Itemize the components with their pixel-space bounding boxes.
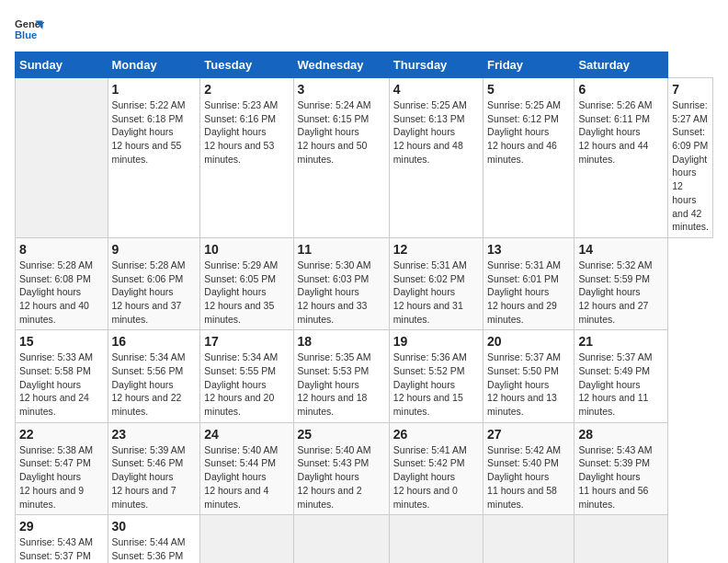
day-number: 23 [112, 427, 197, 442]
day-detail: Sunrise: 5:35 AMSunset: 5:53 PMDaylight … [298, 350, 385, 418]
calendar-day-cell: 11Sunrise: 5:30 AMSunset: 6:03 PMDayligh… [293, 237, 389, 329]
calendar-day-cell: 3Sunrise: 5:24 AMSunset: 6:15 PMDaylight… [293, 78, 389, 238]
calendar-day-cell: 19Sunrise: 5:36 AMSunset: 5:52 PMDayligh… [389, 330, 483, 422]
calendar-day-cell: 29Sunrise: 5:43 AMSunset: 5:37 PMDayligh… [16, 515, 108, 563]
calendar-day-cell: 17Sunrise: 5:34 AMSunset: 5:55 PMDayligh… [200, 330, 293, 422]
day-number: 17 [204, 334, 289, 349]
calendar-day-cell: 23Sunrise: 5:39 AMSunset: 5:46 PMDayligh… [108, 422, 200, 514]
day-detail: Sunrise: 5:32 AMSunset: 5:59 PMDaylight … [578, 259, 664, 326]
calendar-day-cell [293, 515, 389, 563]
day-number: 26 [393, 427, 479, 442]
page-header: General Blue [15, 15, 713, 44]
day-detail: Sunrise: 5:37 AMSunset: 5:49 PMDaylight … [578, 350, 664, 418]
calendar-day-cell: 4Sunrise: 5:25 AMSunset: 6:13 PMDaylight… [389, 78, 483, 238]
calendar-day-cell: 9Sunrise: 5:28 AMSunset: 6:06 PMDaylight… [108, 237, 200, 329]
day-detail: Sunrise: 5:41 AMSunset: 5:42 PMDaylight … [393, 443, 479, 511]
day-number: 18 [298, 334, 385, 349]
day-number: 19 [393, 334, 479, 349]
day-detail: Sunrise: 5:38 AMSunset: 5:47 PMDaylight … [19, 443, 104, 511]
day-detail: Sunrise: 5:28 AMSunset: 6:06 PMDaylight … [112, 259, 197, 326]
weekday-header-cell: Friday [483, 52, 574, 78]
day-detail: Sunrise: 5:42 AMSunset: 5:40 PMDaylight … [487, 443, 570, 511]
day-detail: Sunrise: 5:22 AMSunset: 6:18 PMDaylight … [112, 98, 197, 166]
calendar-day-cell: 10Sunrise: 5:29 AMSunset: 6:05 PMDayligh… [200, 237, 293, 329]
day-detail: Sunrise: 5:40 AMSunset: 5:43 PMDaylight … [298, 443, 385, 511]
day-number: 20 [487, 334, 570, 349]
day-detail: Sunrise: 5:33 AMSunset: 5:58 PMDaylight … [19, 350, 104, 418]
weekday-header-cell: Thursday [389, 52, 483, 78]
calendar-day-cell: 24Sunrise: 5:40 AMSunset: 5:44 PMDayligh… [200, 422, 293, 514]
calendar-day-cell: 12Sunrise: 5:31 AMSunset: 6:02 PMDayligh… [389, 237, 483, 329]
calendar-week-row: 29Sunrise: 5:43 AMSunset: 5:37 PMDayligh… [16, 515, 713, 563]
day-number: 11 [298, 242, 385, 257]
day-detail: Sunrise: 5:24 AMSunset: 6:15 PMDaylight … [298, 98, 385, 166]
day-number: 21 [578, 334, 664, 349]
calendar-day-cell: 16Sunrise: 5:34 AMSunset: 5:56 PMDayligh… [108, 330, 200, 422]
calendar-day-cell: 8Sunrise: 5:28 AMSunset: 6:08 PMDaylight… [16, 237, 108, 329]
day-number: 8 [19, 242, 104, 257]
day-number: 25 [298, 427, 385, 442]
calendar-day-cell [389, 515, 483, 563]
calendar-day-cell: 25Sunrise: 5:40 AMSunset: 5:43 PMDayligh… [293, 422, 389, 514]
day-detail: Sunrise: 5:25 AMSunset: 6:13 PMDaylight … [393, 98, 479, 166]
calendar-day-cell: 30Sunrise: 5:44 AMSunset: 5:36 PMDayligh… [108, 515, 200, 563]
day-number: 3 [298, 82, 385, 97]
calendar-day-cell: 21Sunrise: 5:37 AMSunset: 5:49 PMDayligh… [574, 330, 668, 422]
calendar-day-cell: 14Sunrise: 5:32 AMSunset: 5:59 PMDayligh… [574, 237, 668, 329]
calendar-week-row: 15Sunrise: 5:33 AMSunset: 5:58 PMDayligh… [16, 330, 713, 422]
calendar-day-cell: 26Sunrise: 5:41 AMSunset: 5:42 PMDayligh… [389, 422, 483, 514]
weekday-header-cell: Monday [108, 52, 200, 78]
day-number: 5 [487, 82, 570, 97]
day-detail: Sunrise: 5:28 AMSunset: 6:08 PMDaylight … [19, 259, 104, 326]
weekday-header-cell: Tuesday [200, 52, 293, 78]
day-detail: Sunrise: 5:39 AMSunset: 5:46 PMDaylight … [112, 443, 197, 511]
weekday-header-cell: Wednesday [293, 52, 389, 78]
day-number: 6 [578, 82, 664, 97]
day-detail: Sunrise: 5:30 AMSunset: 6:03 PMDaylight … [298, 259, 385, 326]
day-number: 1 [112, 82, 197, 97]
weekday-header-row: SundayMondayTuesdayWednesdayThursdayFrid… [16, 52, 713, 78]
day-number: 27 [487, 427, 570, 442]
day-detail: Sunrise: 5:34 AMSunset: 5:55 PMDaylight … [204, 350, 289, 418]
calendar-day-cell: 2Sunrise: 5:23 AMSunset: 6:16 PMDaylight… [200, 78, 293, 238]
calendar-day-cell: 6Sunrise: 5:26 AMSunset: 6:11 PMDaylight… [574, 78, 668, 238]
calendar-body: 1Sunrise: 5:22 AMSunset: 6:18 PMDaylight… [16, 78, 713, 564]
day-number: 12 [393, 242, 479, 257]
day-number: 28 [578, 427, 664, 442]
day-number: 9 [112, 242, 197, 257]
calendar-day-cell: 28Sunrise: 5:43 AMSunset: 5:39 PMDayligh… [574, 422, 668, 514]
weekday-header-cell: Sunday [16, 52, 108, 78]
day-detail: Sunrise: 5:37 AMSunset: 5:50 PMDaylight … [487, 350, 570, 418]
calendar-day-cell: 27Sunrise: 5:42 AMSunset: 5:40 PMDayligh… [483, 422, 574, 514]
day-number: 2 [204, 82, 289, 97]
day-number: 29 [19, 519, 104, 534]
day-number: 7 [672, 82, 709, 97]
calendar-day-cell [483, 515, 574, 563]
day-detail: Sunrise: 5:29 AMSunset: 6:05 PMDaylight … [204, 259, 289, 326]
day-detail: Sunrise: 5:25 AMSunset: 6:12 PMDaylight … [487, 98, 570, 166]
calendar-day-cell: 1Sunrise: 5:22 AMSunset: 6:18 PMDaylight… [108, 78, 200, 238]
calendar-day-cell: 5Sunrise: 5:25 AMSunset: 6:12 PMDaylight… [483, 78, 574, 238]
calendar-day-cell [200, 515, 293, 563]
logo-icon: General Blue [15, 15, 44, 44]
day-number: 13 [487, 242, 570, 257]
day-detail: Sunrise: 5:31 AMSunset: 6:01 PMDaylight … [487, 259, 570, 326]
logo: General Blue [15, 15, 44, 44]
calendar-day-cell: 18Sunrise: 5:35 AMSunset: 5:53 PMDayligh… [293, 330, 389, 422]
weekday-header-cell: Saturday [574, 52, 668, 78]
day-detail: Sunrise: 5:31 AMSunset: 6:02 PMDaylight … [393, 259, 479, 326]
day-number: 10 [204, 242, 289, 257]
calendar-week-row: 8Sunrise: 5:28 AMSunset: 6:08 PMDaylight… [16, 237, 713, 329]
calendar-day-cell: 15Sunrise: 5:33 AMSunset: 5:58 PMDayligh… [16, 330, 108, 422]
calendar-day-cell: 7Sunrise: 5:27 AMSunset: 6:09 PMDaylight… [668, 78, 713, 238]
svg-text:Blue: Blue [15, 29, 37, 40]
day-detail: Sunrise: 5:44 AMSunset: 5:36 PMDaylight … [112, 535, 197, 563]
empty-cell [16, 78, 108, 238]
calendar-day-cell [574, 515, 668, 563]
day-number: 16 [112, 334, 197, 349]
day-number: 22 [19, 427, 104, 442]
day-number: 24 [204, 427, 289, 442]
day-number: 15 [19, 334, 104, 349]
calendar-table: SundayMondayTuesdayWednesdayThursdayFrid… [15, 52, 713, 563]
day-detail: Sunrise: 5:40 AMSunset: 5:44 PMDaylight … [204, 443, 289, 511]
